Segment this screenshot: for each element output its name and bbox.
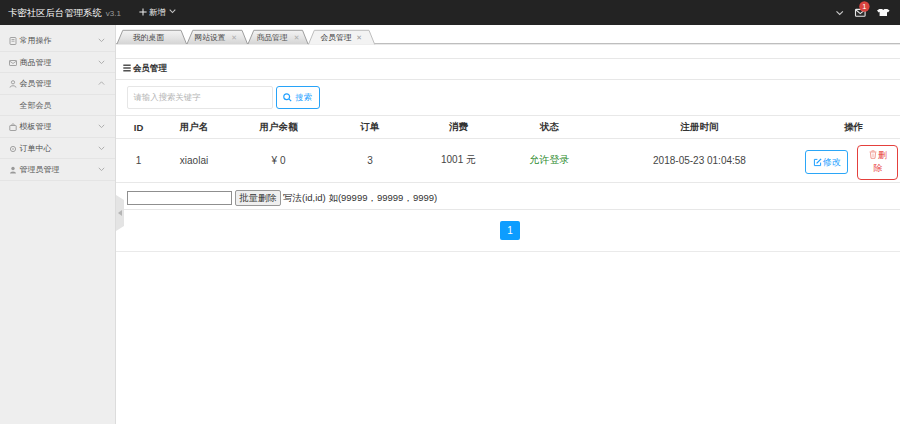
- svg-text:会员管理: 会员管理: [320, 33, 351, 42]
- svg-text:1: 1: [862, 2, 866, 11]
- svg-text:✕: ✕: [356, 34, 362, 41]
- svg-text:网站设置: 网站设置: [194, 33, 225, 42]
- svg-text:商品管理: 商品管理: [256, 33, 287, 42]
- svg-text:我的桌面: 我的桌面: [133, 33, 164, 42]
- svg-text:✕: ✕: [294, 34, 300, 41]
- svg-text:✕: ✕: [231, 34, 237, 41]
